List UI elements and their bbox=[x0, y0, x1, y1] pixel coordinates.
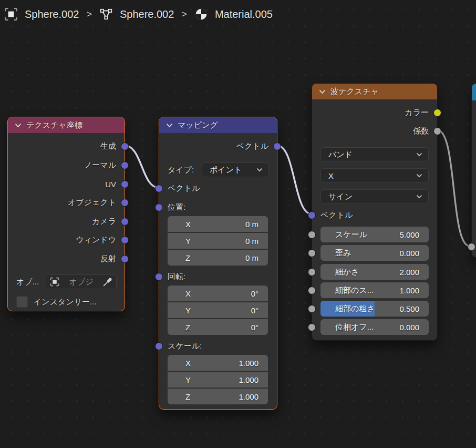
breadcrumb-object-label: Sphere.002 bbox=[25, 8, 79, 21]
axis-value: 0 m bbox=[245, 220, 258, 229]
node-title: テクスチャ座標 bbox=[26, 120, 82, 130]
node-title: マッピング bbox=[178, 120, 218, 130]
axis-label: X bbox=[185, 359, 191, 368]
collapse-chevron-icon[interactable] bbox=[319, 89, 326, 94]
chevron-down-icon bbox=[416, 195, 422, 199]
axis-label: Y bbox=[185, 237, 191, 246]
node-partial-right[interactable] bbox=[471, 83, 476, 258]
location-z-field[interactable]: Z 0 m bbox=[168, 250, 268, 266]
collapse-chevron-icon[interactable] bbox=[15, 123, 22, 128]
breadcrumb-material[interactable]: Material.005 bbox=[194, 7, 273, 21]
collapse-chevron-icon[interactable] bbox=[166, 123, 173, 128]
distortion-slider[interactable]: 歪み 0.000 bbox=[320, 245, 429, 261]
socket-input-scale[interactable] bbox=[155, 342, 163, 350]
object-icon bbox=[49, 277, 60, 287]
output-label-generated: 生成 bbox=[100, 141, 116, 151]
mapping-type-value: ポイント bbox=[210, 165, 242, 175]
eyedropper-icon[interactable] bbox=[102, 277, 113, 287]
group-label-scale: スケール: bbox=[168, 341, 202, 351]
axis-label: Y bbox=[185, 306, 191, 315]
socket-output-camera[interactable] bbox=[121, 218, 129, 226]
scale-z-field[interactable]: Z 1.000 bbox=[168, 389, 268, 404]
shader-node-editor: Sphere.002 > Sphere.002 > Material.005 bbox=[0, 0, 476, 448]
axis-value: 1.000 bbox=[239, 375, 258, 384]
node-header-texture-coordinate[interactable]: テクスチャ座標 bbox=[8, 117, 125, 133]
axis-label: Z bbox=[185, 392, 190, 401]
socket-output-reflection[interactable] bbox=[121, 255, 129, 263]
output-label-window: ウィンドウ bbox=[76, 235, 116, 245]
detail-roughness-slider[interactable]: 細部の粗さ 0.500 bbox=[320, 301, 429, 317]
socket-output-normal[interactable] bbox=[121, 161, 129, 169]
socket-input-detail-roughness[interactable] bbox=[308, 305, 316, 313]
scale-y-field[interactable]: Y 1.000 bbox=[168, 372, 268, 388]
rotation-x-field[interactable]: X 0° bbox=[168, 286, 268, 301]
socket-output-fac[interactable] bbox=[433, 127, 441, 135]
axis-value: 1.000 bbox=[239, 392, 258, 401]
axis-value: 0 m bbox=[245, 237, 258, 246]
wave-direction-dropdown[interactable]: X bbox=[320, 168, 429, 183]
socket-output-object[interactable] bbox=[121, 199, 129, 207]
socket-input-scale[interactable] bbox=[308, 231, 316, 239]
node-header-wave-texture[interactable]: 波テクスチャ bbox=[312, 84, 437, 99]
phase-offset-slider[interactable]: 位相オフ... 0.000 bbox=[320, 319, 429, 335]
node-mapping[interactable]: マッピング ベクトル タイプ: ポイント ベクトル 位置: X 0 m Y 0 … bbox=[159, 117, 277, 410]
axis-label: X bbox=[185, 220, 191, 229]
socket-output-vector[interactable] bbox=[273, 142, 281, 150]
socket-output-uv[interactable] bbox=[121, 180, 129, 188]
socket-output-generated[interactable] bbox=[121, 142, 129, 150]
slider-label: 細部の粗さ bbox=[335, 304, 375, 314]
breadcrumb-mesh[interactable]: Sphere.002 bbox=[99, 7, 174, 21]
object-row-label: オブ... bbox=[16, 277, 39, 287]
detail-scale-slider[interactable]: 細部のス... 1.000 bbox=[320, 282, 429, 298]
socket-input-partial[interactable] bbox=[468, 243, 475, 251]
socket-input-location[interactable] bbox=[155, 203, 163, 211]
node-texture-coordinate[interactable]: テクスチャ座標 生成 ノーマル UV オブジェクト カメラ ウィンドウ 反射 オ… bbox=[7, 117, 125, 311]
axis-value: 0° bbox=[251, 289, 258, 298]
wave-profile-dropdown[interactable]: サイン bbox=[320, 189, 429, 204]
socket-input-vector[interactable] bbox=[155, 185, 163, 192]
axis-label: Z bbox=[185, 253, 190, 262]
type-label: タイプ: bbox=[168, 165, 194, 175]
rotation-y-field[interactable]: Y 0° bbox=[168, 302, 268, 318]
socket-input-distortion[interactable] bbox=[308, 249, 316, 257]
group-label-rotation: 回転: bbox=[168, 272, 185, 282]
scale-slider[interactable]: スケール 5.000 bbox=[320, 227, 429, 242]
wire-mapping-to-wave bbox=[277, 146, 312, 214]
chevron-down-icon bbox=[416, 152, 422, 157]
location-y-field[interactable]: Y 0 m bbox=[168, 233, 268, 249]
axis-value: 0° bbox=[251, 323, 258, 332]
slider-label: 細かさ bbox=[335, 267, 359, 277]
breadcrumb-separator: > bbox=[85, 9, 93, 20]
rotation-z-field[interactable]: Z 0° bbox=[168, 319, 268, 335]
axis-label: Z bbox=[185, 323, 190, 332]
output-label-fac: 係数 bbox=[413, 126, 429, 136]
node-header-partial[interactable] bbox=[472, 84, 476, 100]
socket-input-detail[interactable] bbox=[308, 268, 316, 276]
wave-type-dropdown[interactable]: バンド bbox=[320, 147, 429, 162]
slider-value: 0.500 bbox=[399, 304, 419, 313]
material-icon bbox=[194, 7, 208, 21]
instancer-checkbox[interactable] bbox=[16, 296, 28, 308]
breadcrumb-object[interactable]: Sphere.002 bbox=[4, 7, 79, 21]
socket-output-window[interactable] bbox=[121, 236, 129, 244]
socket-output-color[interactable] bbox=[433, 109, 441, 117]
slider-label: 細部のス... bbox=[335, 286, 374, 296]
axis-label: Y bbox=[185, 375, 191, 384]
socket-input-vector[interactable] bbox=[308, 211, 316, 219]
socket-input-phase-offset[interactable] bbox=[308, 323, 316, 331]
axis-value: 1.000 bbox=[239, 359, 258, 368]
scale-x-field[interactable]: X 1.000 bbox=[168, 355, 268, 371]
object-selector-field[interactable]: オブジ bbox=[45, 274, 117, 289]
node-header-mapping[interactable]: マッピング bbox=[159, 117, 277, 133]
mesh-data-icon bbox=[99, 7, 113, 21]
socket-input-rotation[interactable] bbox=[155, 273, 163, 281]
instancer-checkbox-label: インスタンサー... bbox=[34, 297, 97, 307]
breadcrumb-separator: > bbox=[180, 9, 188, 20]
location-x-field[interactable]: X 0 m bbox=[168, 216, 268, 232]
socket-input-detail-scale[interactable] bbox=[308, 287, 316, 294]
detail-slider[interactable]: 細かさ 2.000 bbox=[320, 264, 429, 280]
mapping-type-dropdown[interactable]: ポイント bbox=[202, 162, 269, 177]
wave-type-value: バンド bbox=[328, 150, 353, 160]
node-wave-texture[interactable]: 波テクスチャ カラー 係数 バンド X サイン ベクトル スケール bbox=[312, 83, 438, 341]
breadcrumb-mesh-label: Sphere.002 bbox=[120, 8, 174, 21]
